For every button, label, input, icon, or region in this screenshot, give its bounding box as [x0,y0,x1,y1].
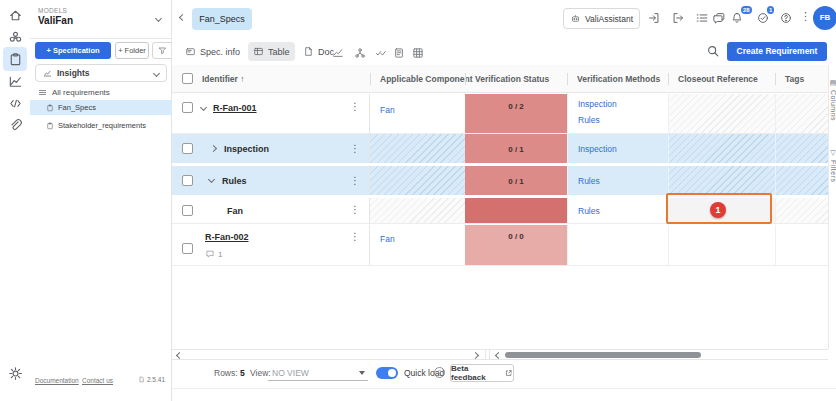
tasks-badge: 1 [767,6,774,14]
code-icon[interactable] [8,96,23,111]
report-icon[interactable] [393,45,405,57]
row-menu-icon[interactable]: ⋮ [350,175,360,186]
quick-load-help-icon[interactable]: ? [434,367,445,378]
tree-item-label: Fan_Specs [58,103,96,112]
group-label[interactable]: Inspection [224,144,269,154]
model-dropdown-chevron-icon[interactable] [155,15,162,22]
list-icon [38,88,47,97]
requirement-link[interactable]: R-Fan-001 [213,103,257,113]
right-panel-strip: ▤ Columns ▽ Filters [828,65,836,349]
spec-info-button[interactable]: Spec. info [180,42,245,61]
expand-chevron-icon[interactable] [200,104,207,111]
models-fan-icon[interactable] [8,30,23,45]
insights-panel[interactable]: Insights [35,64,167,82]
comments-icon[interactable] [712,11,726,25]
documentation-link[interactable]: Documentation [35,377,79,384]
scroll-left-icon[interactable] [495,352,502,359]
caret-down-icon [359,371,365,375]
collapse-sidebar-icon[interactable] [179,14,186,21]
row-checkbox[interactable] [182,143,193,154]
create-requirement-button[interactable]: Create Requirement [727,42,827,61]
bell-badge: 28 [741,6,752,14]
matrix-icon[interactable] [412,45,424,57]
component-link[interactable]: Fan [380,234,395,244]
tags-cell [775,166,828,195]
expand-chevron-icon[interactable] [210,145,217,152]
checklist-icon[interactable] [695,11,709,25]
group-label[interactable]: Rules [222,176,247,186]
spec-clipboard-icon [46,122,54,130]
method-link[interactable]: Rules [578,176,600,186]
status-value: 0 / 1 [465,166,567,195]
scroll-left-icon[interactable] [176,352,183,359]
tags-cell [775,225,828,265]
import-icon[interactable] [647,11,661,25]
requirement-link[interactable]: R-Fan-002 [205,232,249,242]
overflow-menu-icon[interactable]: ⋮ [800,10,811,23]
attachments-icon[interactable] [8,118,23,133]
analytics-icon[interactable] [8,74,23,89]
double-check-icon[interactable] [375,45,387,57]
table-row: R-Fan-002 ⋮ 1 Fan 0 / 0 [172,225,828,266]
help-icon[interactable] [779,11,793,25]
search-icon[interactable] [706,44,720,58]
row-checkbox[interactable] [182,205,193,216]
horizontal-scrollbars [172,349,828,360]
row-menu-icon[interactable]: ⋮ [350,101,360,112]
row-checkbox[interactable] [182,175,193,186]
row-checkbox[interactable] [182,243,193,254]
comment-count-value: 1 [218,250,222,259]
table-view-button[interactable]: Table [248,42,295,61]
annotation-step-badge: 1 [710,202,726,218]
tags-cell [775,134,828,163]
quick-load-toggle[interactable] [376,367,398,379]
main-topbar: Fan_Specs ValiAssistant 28 1 ⋮ FB [172,0,836,38]
row-checkbox[interactable] [182,102,193,113]
all-requirements-item[interactable]: All requirements [38,88,110,97]
filters-panel-tab[interactable]: ▽ Filters [829,149,836,183]
beta-feedback-button[interactable]: Beta feedback [450,364,514,382]
comment-count[interactable]: 1 [205,249,222,259]
status-cell: 0 / 1 [465,166,567,195]
insights-chevron-icon[interactable] [153,69,160,76]
row-menu-icon[interactable]: ⋮ [350,143,360,154]
settings-gear-icon[interactable] [8,366,23,381]
contact-us-link[interactable]: Contact us [82,377,113,384]
hierarchy-icon[interactable] [354,45,366,57]
row-menu-icon[interactable]: ⋮ [350,231,360,242]
export-icon[interactable] [671,11,685,25]
sidebar-item-stakeholder-requirements[interactable]: Stakeholder_requirements [30,118,172,133]
component-link[interactable]: Fan [380,105,395,115]
column-header-status[interactable]: Verification Status [465,65,549,93]
sidebar-item-fan-specs[interactable]: Fan_Specs [30,100,172,115]
table-label: Table [268,47,290,57]
column-header-methods[interactable]: Verification Methods [567,65,660,93]
add-folder-button[interactable]: + Folder [115,42,149,59]
vali-assistant-button[interactable]: ValiAssistant [563,8,640,29]
scroll-right-icon[interactable] [472,352,479,359]
requirements-icon[interactable] [8,52,23,67]
method-link[interactable]: Rules [578,115,600,125]
column-header-closeout[interactable]: Closeout Reference [668,65,758,93]
filter-funnel-icon[interactable] [158,46,167,55]
home-icon[interactable] [8,8,23,23]
tab-fan-specs[interactable]: Fan_Specs [192,8,252,30]
closeout-cell [668,166,775,195]
trend-chart-icon[interactable] [332,45,344,57]
method-link[interactable]: Inspection [578,99,617,109]
beta-feedback-label: Beta feedback [451,364,502,382]
user-avatar[interactable]: FB [813,6,836,30]
column-header-tags[interactable]: Tags [775,65,804,93]
columns-panel-tab[interactable]: ▤ Columns [829,79,836,121]
add-specification-button[interactable]: + Specification [35,42,111,59]
method-link[interactable]: Rules [578,206,600,216]
method-link[interactable]: Inspection [578,144,617,154]
group-label[interactable]: Fan [227,206,243,216]
row-menu-icon[interactable]: ⋮ [350,204,360,215]
closeout-cell [668,134,775,163]
expand-chevron-icon[interactable] [208,176,215,183]
column-header-identifier[interactable]: Identifier ↑ [192,65,245,93]
scrollbar-thumb[interactable] [505,352,701,358]
column-header-component[interactable]: Applicable Component [370,65,473,93]
view-select[interactable]: NO VIEW [268,364,368,381]
